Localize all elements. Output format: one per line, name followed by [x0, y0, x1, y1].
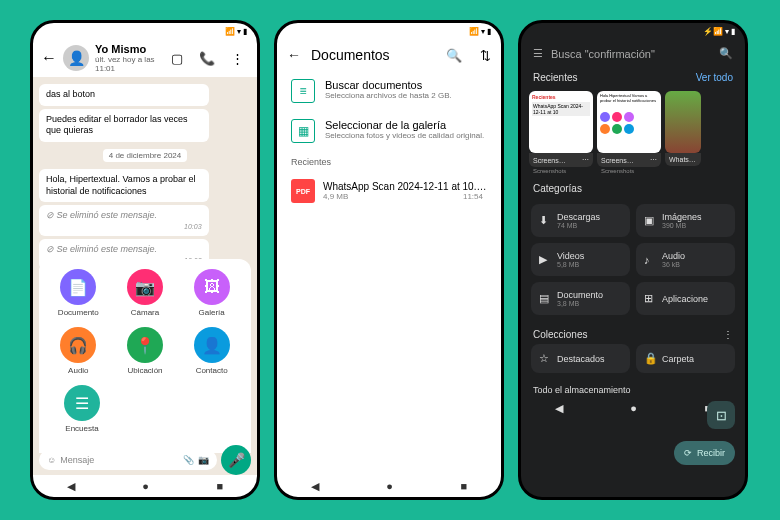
mic-button[interactable]: 🎤	[221, 445, 251, 475]
menu-icon[interactable]: ☰	[533, 47, 543, 60]
cat-audio[interactable]: ♪Audio36 kB	[636, 243, 735, 276]
attach-audio[interactable]: 🎧Audio	[53, 327, 103, 375]
camera-icon[interactable]: 📷	[198, 455, 209, 465]
thumbnail-item[interactable]: RecientesWhatsApp Scan 2024-12-11 at 10 …	[529, 91, 593, 175]
receive-icon: ⟳	[684, 448, 692, 458]
cat-imagenes[interactable]: ▣Imágenes390 MB	[636, 204, 735, 237]
more-icon[interactable]: ⋮	[723, 329, 733, 340]
video-icon: ▶	[539, 253, 551, 266]
categories-header: Categorías	[521, 179, 745, 198]
col-destacados[interactable]: ☆Destacados	[531, 344, 630, 373]
recent-thumbnails: RecientesWhatsApp Scan 2024-12-11 at 10 …	[521, 87, 745, 179]
nav-back-icon[interactable]: ◀	[555, 402, 563, 415]
apps-icon: ⊞	[644, 292, 656, 305]
status-bar: ⚡📶 ▾ ▮	[521, 23, 745, 39]
android-navbar: ◀●■	[33, 475, 257, 497]
attach-documento[interactable]: 📄Documento	[53, 269, 103, 317]
cat-videos[interactable]: ▶Videos5,8 MB	[531, 243, 630, 276]
nav-back-icon[interactable]: ◀	[311, 480, 319, 493]
voice-call-icon[interactable]: 📞	[194, 51, 220, 66]
nav-home-icon[interactable]: ●	[386, 480, 393, 492]
emoji-icon[interactable]: ☺	[47, 455, 56, 465]
message-bubble[interactable]: das al boton	[39, 84, 209, 106]
thumbnail-item[interactable]: Whats…	[665, 91, 701, 175]
nav-recent-icon[interactable]: ■	[217, 480, 224, 492]
attach-galeria[interactable]: 🖼Galería	[187, 269, 237, 317]
lock-icon: 🔒	[644, 352, 656, 365]
see-all-link[interactable]: Ver todo	[696, 72, 733, 83]
phone-files-app: ⚡📶 ▾ ▮ ☰ Busca "confirmación" 🔍 Reciente…	[518, 20, 748, 500]
docs-header: ← Documentos 🔍 ⇅	[277, 39, 501, 71]
contact-name[interactable]: Yo Mismo	[95, 43, 160, 55]
attach-contacto[interactable]: 👤Contacto	[187, 327, 237, 375]
chat-header: ← 👤 Yo Mismo últ. vez hoy a las 11:01 ▢ …	[33, 39, 257, 77]
all-storage-label: Todo el almacenamiento	[521, 379, 745, 397]
message-bubble[interactable]: Hola, Hipertextual. Vamos a probar el hi…	[39, 169, 209, 202]
recent-header: Recientes Ver todo	[521, 68, 745, 87]
attach-ubicacion[interactable]: 📍Ubicación	[120, 327, 170, 375]
attach-icon[interactable]: 📎	[183, 455, 194, 465]
filter-icon[interactable]: ⇅	[480, 48, 491, 63]
recent-header: Recientes	[277, 151, 501, 173]
phone-whatsapp-chat: 📶 ▾ ▮ ← 👤 Yo Mismo últ. vez hoy a las 11…	[30, 20, 260, 500]
search-icon[interactable]: 🔍	[719, 47, 733, 60]
col-carpeta[interactable]: 🔒Carpeta	[636, 344, 735, 373]
collections-header: Colecciones⋮	[521, 321, 745, 344]
phone-documents-picker: 📶 ▾ ▮ ← Documentos 🔍 ⇅ ≡ Buscar document…	[274, 20, 504, 500]
cat-documento[interactable]: ▤Documento3,8 MB	[531, 282, 630, 315]
back-icon[interactable]: ←	[41, 49, 57, 67]
option-search-docs[interactable]: ≡ Buscar documentosSelecciona archivos d…	[277, 71, 501, 111]
doc-search-icon: ≡	[291, 79, 315, 103]
message-bubble[interactable]: Puedes editar el borrador las veces que …	[39, 109, 209, 142]
date-separator: 4 de diciembre 2024	[103, 149, 188, 162]
scan-fab[interactable]: ⊡	[707, 401, 735, 429]
more-icon[interactable]: ⋯	[582, 156, 589, 164]
star-icon: ☆	[539, 352, 551, 365]
status-bar: 📶 ▾ ▮	[277, 23, 501, 39]
search-icon[interactable]: 🔍	[446, 48, 462, 63]
message-input[interactable]: ☺ Mensaje 📎 📷	[39, 450, 217, 470]
option-gallery[interactable]: ▦ Seleccionar de la galeríaSelecciona fo…	[277, 111, 501, 151]
more-icon[interactable]: ⋯	[650, 156, 657, 164]
nav-recent-icon[interactable]: ■	[461, 480, 468, 492]
attach-camara[interactable]: 📷Cámara	[120, 269, 170, 317]
input-bar: ☺ Mensaje 📎 📷 🎤	[39, 445, 251, 475]
page-title: Documentos	[311, 47, 436, 63]
video-call-icon[interactable]: ▢	[166, 51, 188, 66]
thumbnail-item[interactable]: Hola Hipertextual Vamos a probar el hist…	[597, 91, 661, 175]
receive-fab[interactable]: ⟳Recibir	[674, 441, 735, 465]
download-icon: ⬇	[539, 214, 551, 227]
avatar[interactable]: 👤	[63, 45, 89, 71]
search-bar[interactable]: ☰ Busca "confirmación" 🔍	[521, 39, 745, 68]
nav-home-icon[interactable]: ●	[142, 480, 149, 492]
attachment-sheet: 📄Documento 📷Cámara 🖼Galería 🎧Audio 📍Ubic…	[39, 259, 251, 453]
audio-icon: ♪	[644, 254, 656, 266]
collections-grid: ☆Destacados 🔒Carpeta	[521, 344, 745, 379]
gallery-icon: ▦	[291, 119, 315, 143]
categories-grid: ⬇Descargas74 MB ▣Imágenes390 MB ▶Videos5…	[521, 198, 745, 321]
nav-back-icon[interactable]: ◀	[67, 480, 75, 493]
file-item[interactable]: PDF WhatsApp Scan 2024-12-11 at 10.… 4,9…	[277, 173, 501, 209]
pdf-icon: PDF	[291, 179, 315, 203]
last-seen: últ. vez hoy a las 11:01	[95, 55, 160, 73]
deleted-message: ⊘ Se eliminó este mensaje.10:03	[39, 205, 209, 236]
back-icon[interactable]: ←	[287, 47, 301, 63]
nav-home-icon[interactable]: ●	[630, 402, 637, 414]
more-icon[interactable]: ⋮	[226, 51, 249, 66]
attach-encuesta[interactable]: ☰Encuesta	[57, 385, 107, 433]
cat-aplicaciones[interactable]: ⊞Aplicacione	[636, 282, 735, 315]
status-bar: 📶 ▾ ▮	[33, 23, 257, 39]
cat-descargas[interactable]: ⬇Descargas74 MB	[531, 204, 630, 237]
android-navbar: ◀●■	[277, 475, 501, 497]
doc-icon: ▤	[539, 292, 551, 305]
image-icon: ▣	[644, 214, 656, 227]
